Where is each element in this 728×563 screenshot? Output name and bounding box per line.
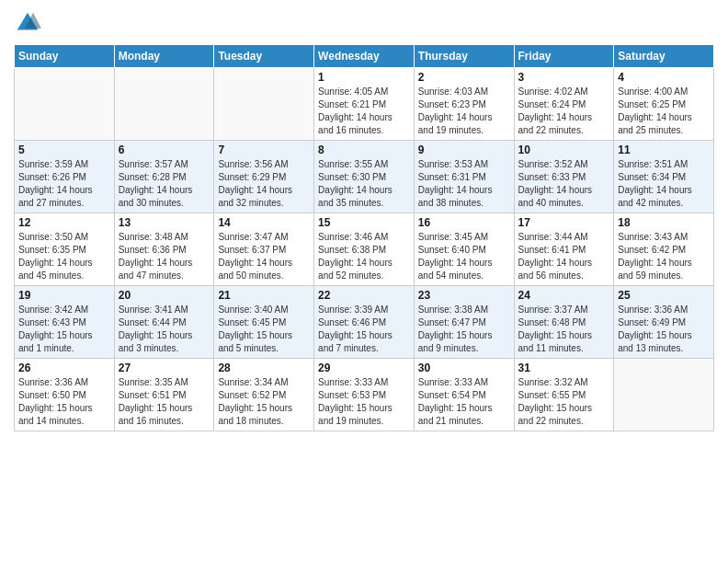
day-info: Sunrise: 3:40 AM Sunset: 6:45 PM Dayligh… — [218, 304, 310, 355]
day-number: 16 — [418, 216, 510, 229]
day-number: 30 — [418, 362, 510, 374]
calendar-cell: 14Sunrise: 3:47 AM Sunset: 6:37 PM Dayli… — [214, 213, 314, 286]
calendar-cell: 11Sunrise: 3:51 AM Sunset: 6:34 PM Dayli… — [614, 141, 714, 213]
day-number: 31 — [518, 362, 610, 374]
day-info: Sunrise: 4:03 AM Sunset: 6:23 PM Dayligh… — [418, 86, 510, 137]
day-info: Sunrise: 3:33 AM Sunset: 6:54 PM Dayligh… — [418, 376, 510, 428]
day-number: 9 — [418, 144, 510, 156]
day-number: 12 — [18, 216, 110, 229]
day-number: 11 — [618, 144, 710, 156]
calendar-cell — [15, 68, 115, 141]
day-number: 23 — [418, 289, 510, 302]
day-header-wednesday: Wednesday — [314, 45, 415, 68]
calendar-cell: 23Sunrise: 3:38 AM Sunset: 6:47 PM Dayli… — [414, 286, 514, 359]
day-info: Sunrise: 3:42 AM Sunset: 6:43 PM Dayligh… — [18, 304, 110, 355]
calendar-week-4: 19Sunrise: 3:42 AM Sunset: 6:43 PM Dayli… — [15, 286, 714, 359]
day-info: Sunrise: 3:59 AM Sunset: 6:26 PM Dayligh… — [18, 158, 110, 210]
calendar-cell: 16Sunrise: 3:45 AM Sunset: 6:40 PM Dayli… — [414, 213, 514, 286]
calendar-cell: 25Sunrise: 3:36 AM Sunset: 6:49 PM Dayli… — [614, 286, 714, 359]
calendar-cell — [614, 359, 714, 431]
logo-icon — [14, 9, 41, 37]
calendar-cell — [114, 68, 214, 141]
calendar-cell: 18Sunrise: 3:43 AM Sunset: 6:42 PM Dayli… — [614, 213, 714, 286]
day-info: Sunrise: 3:56 AM Sunset: 6:29 PM Dayligh… — [218, 158, 310, 210]
calendar-cell: 30Sunrise: 3:33 AM Sunset: 6:54 PM Dayli… — [414, 359, 514, 431]
day-number: 18 — [618, 216, 710, 229]
day-number: 28 — [218, 362, 310, 374]
day-info: Sunrise: 3:48 AM Sunset: 6:36 PM Dayligh… — [119, 231, 210, 282]
day-info: Sunrise: 3:51 AM Sunset: 6:34 PM Dayligh… — [618, 158, 710, 210]
calendar-cell: 9Sunrise: 3:53 AM Sunset: 6:31 PM Daylig… — [414, 141, 514, 213]
calendar-cell: 2Sunrise: 4:03 AM Sunset: 6:23 PM Daylig… — [414, 68, 514, 141]
logo — [14, 9, 45, 37]
calendar-cell: 28Sunrise: 3:34 AM Sunset: 6:52 PM Dayli… — [214, 359, 314, 431]
calendar-cell: 15Sunrise: 3:46 AM Sunset: 6:38 PM Dayli… — [314, 213, 415, 286]
calendar-week-1: 1Sunrise: 4:05 AM Sunset: 6:21 PM Daylig… — [15, 68, 714, 141]
calendar-cell: 22Sunrise: 3:39 AM Sunset: 6:46 PM Dayli… — [314, 286, 415, 359]
day-number: 26 — [18, 362, 110, 374]
day-number: 19 — [18, 289, 110, 302]
day-number: 15 — [318, 216, 410, 229]
calendar-cell: 21Sunrise: 3:40 AM Sunset: 6:45 PM Dayli… — [214, 286, 314, 359]
page: SundayMondayTuesdayWednesdayThursdayFrid… — [0, 0, 728, 441]
calendar-week-5: 26Sunrise: 3:36 AM Sunset: 6:50 PM Dayli… — [15, 359, 714, 431]
calendar-cell: 13Sunrise: 3:48 AM Sunset: 6:36 PM Dayli… — [114, 213, 214, 286]
day-info: Sunrise: 3:37 AM Sunset: 6:48 PM Dayligh… — [518, 304, 610, 355]
day-info: Sunrise: 3:45 AM Sunset: 6:40 PM Dayligh… — [418, 231, 510, 282]
day-info: Sunrise: 3:34 AM Sunset: 6:52 PM Dayligh… — [218, 376, 310, 428]
calendar-cell: 1Sunrise: 4:05 AM Sunset: 6:21 PM Daylig… — [314, 68, 415, 141]
calendar-cell: 19Sunrise: 3:42 AM Sunset: 6:43 PM Dayli… — [15, 286, 115, 359]
day-number: 1 — [318, 71, 410, 84]
day-number: 7 — [218, 144, 310, 156]
day-number: 4 — [618, 71, 710, 84]
calendar-cell: 6Sunrise: 3:57 AM Sunset: 6:28 PM Daylig… — [114, 141, 214, 213]
day-number: 13 — [119, 216, 210, 229]
day-info: Sunrise: 3:33 AM Sunset: 6:53 PM Dayligh… — [318, 376, 410, 428]
day-header-tuesday: Tuesday — [214, 45, 314, 68]
day-info: Sunrise: 3:55 AM Sunset: 6:30 PM Dayligh… — [318, 158, 410, 210]
day-number: 24 — [518, 289, 610, 302]
day-info: Sunrise: 4:02 AM Sunset: 6:24 PM Dayligh… — [518, 86, 610, 137]
day-header-sunday: Sunday — [15, 45, 115, 68]
day-info: Sunrise: 3:57 AM Sunset: 6:28 PM Dayligh… — [119, 158, 210, 210]
calendar-header-row: SundayMondayTuesdayWednesdayThursdayFrid… — [15, 45, 714, 68]
day-number: 8 — [318, 144, 410, 156]
day-number: 3 — [518, 71, 610, 84]
day-number: 2 — [418, 71, 510, 84]
day-info: Sunrise: 3:43 AM Sunset: 6:42 PM Dayligh… — [618, 231, 710, 282]
day-info: Sunrise: 3:50 AM Sunset: 6:35 PM Dayligh… — [18, 231, 110, 282]
day-info: Sunrise: 3:47 AM Sunset: 6:37 PM Dayligh… — [218, 231, 310, 282]
day-number: 29 — [318, 362, 410, 374]
calendar-cell: 31Sunrise: 3:32 AM Sunset: 6:55 PM Dayli… — [514, 359, 614, 431]
day-header-friday: Friday — [514, 45, 614, 68]
day-number: 5 — [18, 144, 110, 156]
day-info: Sunrise: 3:41 AM Sunset: 6:44 PM Dayligh… — [119, 304, 210, 355]
day-info: Sunrise: 3:32 AM Sunset: 6:55 PM Dayligh… — [518, 376, 610, 428]
day-info: Sunrise: 4:05 AM Sunset: 6:21 PM Dayligh… — [318, 86, 410, 137]
day-number: 22 — [318, 289, 410, 302]
calendar-cell: 27Sunrise: 3:35 AM Sunset: 6:51 PM Dayli… — [114, 359, 214, 431]
calendar-cell: 5Sunrise: 3:59 AM Sunset: 6:26 PM Daylig… — [15, 141, 115, 213]
calendar-cell: 26Sunrise: 3:36 AM Sunset: 6:50 PM Dayli… — [15, 359, 115, 431]
calendar-cell: 8Sunrise: 3:55 AM Sunset: 6:30 PM Daylig… — [314, 141, 415, 213]
calendar-cell: 24Sunrise: 3:37 AM Sunset: 6:48 PM Dayli… — [514, 286, 614, 359]
day-number: 10 — [518, 144, 610, 156]
day-number: 14 — [218, 216, 310, 229]
calendar-week-3: 12Sunrise: 3:50 AM Sunset: 6:35 PM Dayli… — [15, 213, 714, 286]
calendar-cell: 12Sunrise: 3:50 AM Sunset: 6:35 PM Dayli… — [15, 213, 115, 286]
day-info: Sunrise: 4:00 AM Sunset: 6:25 PM Dayligh… — [618, 86, 710, 137]
day-header-saturday: Saturday — [614, 45, 714, 68]
day-info: Sunrise: 3:46 AM Sunset: 6:38 PM Dayligh… — [318, 231, 410, 282]
day-number: 20 — [119, 289, 210, 302]
day-number: 21 — [218, 289, 310, 302]
day-info: Sunrise: 3:35 AM Sunset: 6:51 PM Dayligh… — [119, 376, 210, 428]
day-info: Sunrise: 3:38 AM Sunset: 6:47 PM Dayligh… — [418, 304, 510, 355]
day-number: 27 — [119, 362, 210, 374]
header — [14, 9, 714, 37]
calendar: SundayMondayTuesdayWednesdayThursdayFrid… — [14, 44, 714, 431]
calendar-cell: 29Sunrise: 3:33 AM Sunset: 6:53 PM Dayli… — [314, 359, 415, 431]
day-info: Sunrise: 3:36 AM Sunset: 6:49 PM Dayligh… — [618, 304, 710, 355]
day-number: 17 — [518, 216, 610, 229]
calendar-cell: 4Sunrise: 4:00 AM Sunset: 6:25 PM Daylig… — [614, 68, 714, 141]
calendar-cell: 7Sunrise: 3:56 AM Sunset: 6:29 PM Daylig… — [214, 141, 314, 213]
